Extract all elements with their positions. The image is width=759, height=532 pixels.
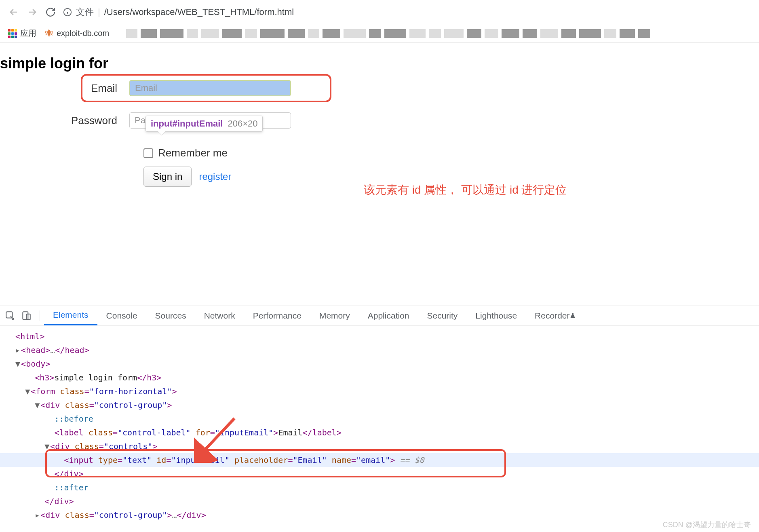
tooltip-dimensions: 206×20	[228, 118, 257, 129]
bookmark-exploit-db[interactable]: 🕷 exploit-db.com	[45, 29, 109, 38]
tab-application[interactable]: Application	[359, 306, 418, 325]
register-link[interactable]: register	[199, 171, 231, 182]
email-input[interactable]	[129, 80, 291, 96]
remember-label: Remember me	[158, 147, 228, 159]
dom-line[interactable]: ▼<div class="control-group">	[6, 398, 753, 412]
dom-line[interactable]: ▸<div class="control-group">…</div>	[6, 508, 753, 522]
annotation-text: 该元素有 id 属性， 可以通过 id 进行定位	[364, 182, 567, 198]
signin-button[interactable]: Sign in	[143, 167, 192, 187]
remember-checkbox[interactable]	[143, 148, 153, 158]
info-icon	[63, 8, 72, 17]
dom-line[interactable]: ▼<div class="controls">	[6, 439, 753, 453]
tab-sources[interactable]: Sources	[146, 306, 195, 325]
dom-line[interactable]: ::before	[6, 412, 753, 426]
dom-line[interactable]: <h3>simple login form</h3>	[6, 371, 753, 384]
forward-icon[interactable]	[27, 6, 38, 18]
tooltip-selector: input#inputEmail	[151, 118, 223, 129]
flask-icon	[569, 312, 576, 319]
tab-memory[interactable]: Memory	[310, 306, 359, 325]
tab-network[interactable]: Network	[195, 306, 244, 325]
browser-toolbar: 文件 | /Users/workspace/WEB_TEST_HTML/form…	[0, 0, 759, 24]
dom-line[interactable]: <label class="control-label" for="inputE…	[6, 426, 753, 439]
password-label: Password	[0, 114, 129, 127]
tab-elements[interactable]: Elements	[44, 306, 97, 325]
dom-line[interactable]: ▼<body>	[6, 357, 753, 371]
email-row: Email	[0, 80, 759, 96]
dom-line[interactable]: <html>	[6, 329, 753, 343]
devtools-tabs: Elements Console Sources Network Perform…	[0, 306, 759, 325]
bookmark-bar: 应用 🕷 exploit-db.com	[0, 24, 759, 43]
page-title: simple login for	[0, 55, 759, 72]
tab-lighthouse[interactable]: Lighthouse	[466, 306, 526, 325]
tab-recorder[interactable]: Recorder	[526, 306, 585, 325]
reload-icon[interactable]	[45, 7, 56, 17]
dom-tree[interactable]: ⋯ <html> ▸<head>…</head> ▼<body> <h3>sim…	[0, 325, 759, 526]
file-label: 文件	[76, 6, 94, 18]
remember-row: Remember me	[143, 147, 759, 159]
dom-line[interactable]: ▼<form class="form-horizontal">	[6, 384, 753, 398]
dom-line-selected[interactable]: <input type="text" id="inputEmail" place…	[0, 453, 759, 467]
dom-line[interactable]: </div>	[6, 467, 753, 481]
back-icon[interactable]	[8, 6, 19, 18]
device-toggle-icon[interactable]	[21, 310, 32, 321]
inspect-element-icon[interactable]	[5, 310, 15, 321]
address-bar[interactable]: 文件 | /Users/workspace/WEB_TEST_HTML/form…	[63, 6, 294, 18]
bug-icon: 🕷	[45, 29, 53, 38]
tab-console[interactable]: Console	[97, 306, 146, 325]
svg-rect-4	[23, 312, 28, 320]
tab-performance[interactable]: Performance	[244, 306, 310, 325]
page-content: simple login for input#inputEmail 206×20…	[0, 43, 759, 187]
apps-icon	[8, 29, 17, 38]
devtools-panel: Elements Console Sources Network Perform…	[0, 306, 759, 532]
blurred-bookmarks	[126, 29, 650, 38]
dom-line[interactable]: ▸<head>…</head>	[6, 343, 753, 357]
url-path: /Users/workspace/WEB_TEST_HTML/form.html	[104, 7, 294, 17]
dom-line[interactable]: </div>	[6, 494, 753, 508]
email-label: Email	[0, 82, 129, 95]
watermark: CSDN @渴望力量的哈士奇	[663, 520, 751, 530]
password-row: Password	[0, 112, 759, 129]
tab-security[interactable]: Security	[418, 306, 466, 325]
dom-line[interactable]: ::after	[6, 481, 753, 494]
exploit-label: exploit-db.com	[57, 29, 109, 38]
addr-separator: |	[98, 7, 100, 17]
apps-button[interactable]: 应用	[8, 28, 36, 39]
apps-label: 应用	[20, 28, 36, 39]
inspect-tooltip: input#inputEmail 206×20	[145, 116, 263, 132]
